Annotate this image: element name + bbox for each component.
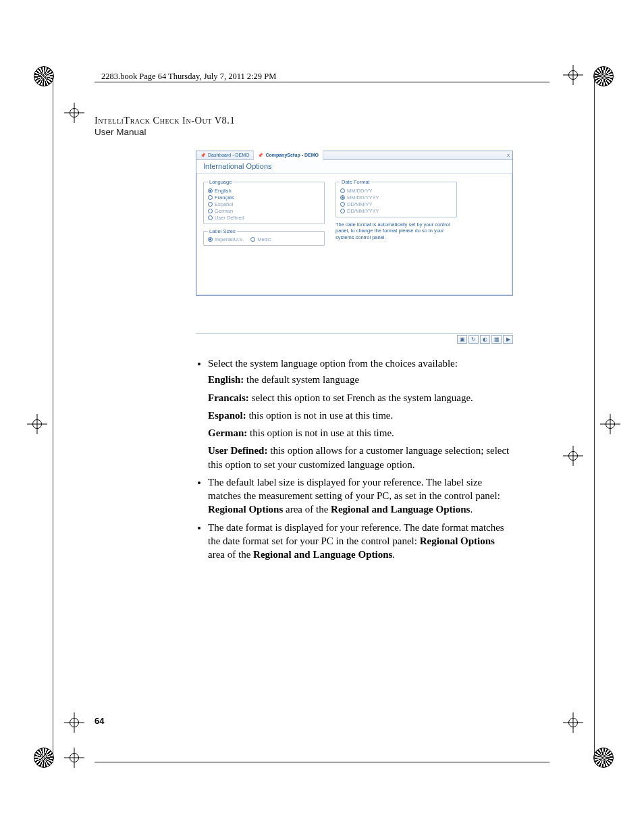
lang-t: select this option to set French as the … bbox=[249, 392, 473, 403]
b3d: Regional and Language Options bbox=[253, 549, 392, 560]
crosshair-icon bbox=[27, 414, 47, 434]
lang-t: this option is not in use at this time. bbox=[246, 410, 394, 421]
printer-mark-top-left bbox=[34, 66, 54, 86]
crosshair-icon bbox=[64, 103, 84, 123]
option-label: MM/DD/YYYY bbox=[347, 194, 379, 201]
header-title: IntelliTrack Check In-Out V8.1 bbox=[95, 115, 513, 126]
option-label: Español bbox=[215, 201, 233, 207]
option-label: DD/MM/YYYY bbox=[347, 208, 379, 214]
b3b: Regional Options bbox=[420, 536, 495, 546]
top-rule: 2283.book Page 64 Thursday, July 7, 2011… bbox=[95, 70, 549, 82]
tab-label: CompanySetup - DEMO bbox=[265, 153, 319, 157]
lang-b: User Defined: bbox=[208, 445, 267, 456]
lang-b: Francais: bbox=[208, 392, 249, 403]
language-option-german[interactable]: German bbox=[208, 207, 320, 214]
crosshair-icon bbox=[563, 446, 583, 466]
b3e: . bbox=[392, 549, 395, 560]
date-format-ddmmyy[interactable]: DD/MM/YY bbox=[340, 201, 452, 207]
body-text: Select the system language option from t… bbox=[95, 357, 513, 561]
b2e: . bbox=[470, 504, 473, 515]
page-number: 64 bbox=[95, 716, 104, 726]
option-label: English bbox=[215, 188, 232, 194]
bottom-rule bbox=[95, 762, 549, 762]
radio-icon bbox=[340, 195, 345, 200]
label-sizes-legend: Label Sizes bbox=[208, 228, 237, 234]
printer-mark-bottom-right bbox=[593, 748, 614, 768]
header-subtitle: User Manual bbox=[95, 127, 513, 137]
lang-t: this option is not in use at this time. bbox=[247, 427, 394, 438]
bullet-label-size: The default label size is displayed for … bbox=[208, 475, 513, 517]
crosshair-icon bbox=[64, 712, 84, 733]
crosshair-icon bbox=[64, 748, 84, 768]
option-label: MM/DD/YY bbox=[347, 188, 373, 194]
printer-mark-top-right bbox=[593, 66, 614, 86]
crosshair-icon bbox=[563, 65, 583, 85]
refresh-icon[interactable]: ↻ bbox=[468, 335, 479, 344]
b3c: area of the bbox=[208, 549, 253, 560]
date-format-mmddyy[interactable]: MM/DD/YY bbox=[340, 187, 452, 194]
language-option-francais[interactable]: Français bbox=[208, 194, 320, 201]
radio-icon bbox=[340, 188, 345, 193]
tab-dashboard[interactable]: 📌 Dashboard - DEMO bbox=[196, 151, 254, 160]
language-group: Language English Français Español German… bbox=[203, 179, 325, 224]
close-icon[interactable]: x bbox=[507, 152, 510, 158]
b2a: The default label size is displayed for … bbox=[208, 477, 500, 501]
play-icon[interactable]: ▶ bbox=[503, 335, 513, 344]
top-rule-text: 2283.book Page 64 Thursday, July 7, 2011… bbox=[95, 70, 549, 82]
label-sizes-group: Label Sizes Imperial/U.S. Metric bbox=[203, 228, 325, 246]
bullet-language: Select the system language option from t… bbox=[208, 357, 513, 471]
international-options-screenshot: 📌 Dashboard - DEMO 📌 CompanySetup - DEMO… bbox=[196, 151, 513, 296]
screenshot-toolbar: ▣ ↻ ◐ ▦ ▶ bbox=[196, 333, 513, 344]
lang-b: Espanol: bbox=[208, 410, 246, 421]
option-label: DD/MM/YY bbox=[347, 201, 373, 207]
globe-icon[interactable]: ◐ bbox=[480, 335, 490, 344]
date-format-mmddyyyy[interactable]: MM/DD/YYYY bbox=[340, 194, 452, 201]
printer-mark-bottom-left bbox=[34, 748, 54, 768]
lang-b: German: bbox=[208, 427, 247, 438]
save-icon[interactable]: ▣ bbox=[457, 335, 467, 344]
date-format-note: The date format is automatically set by … bbox=[336, 221, 454, 240]
language-option-espanol[interactable]: Español bbox=[208, 201, 320, 207]
language-legend: Language bbox=[208, 179, 233, 185]
pin-icon: 📌 bbox=[200, 153, 205, 157]
radio-icon bbox=[340, 209, 345, 213]
tab-bar: 📌 Dashboard - DEMO 📌 CompanySetup - DEMO… bbox=[196, 151, 512, 160]
radio-icon bbox=[208, 202, 213, 207]
tab-label: Dashboard - DEMO bbox=[208, 153, 249, 157]
crosshair-icon bbox=[563, 712, 583, 733]
radio-icon bbox=[250, 237, 255, 242]
date-format-legend: Date Format bbox=[340, 179, 371, 185]
date-format-group: Date Format MM/DD/YY MM/DD/YYYY DD/MM/YY… bbox=[336, 179, 457, 217]
option-label: German bbox=[215, 208, 233, 214]
trim-line-right bbox=[594, 72, 595, 762]
label-size-metric[interactable]: Metric bbox=[250, 236, 271, 242]
grid-icon[interactable]: ▦ bbox=[491, 335, 502, 344]
radio-icon bbox=[208, 237, 213, 242]
label-size-imperial[interactable]: Imperial/U.S. bbox=[208, 236, 244, 242]
radio-icon bbox=[208, 195, 213, 200]
lang-b: English: bbox=[208, 374, 244, 385]
tab-company-setup[interactable]: 📌 CompanySetup - DEMO bbox=[254, 151, 323, 160]
option-label: Imperial/U.S. bbox=[215, 236, 244, 242]
language-option-english[interactable]: English bbox=[208, 187, 320, 194]
radio-icon bbox=[208, 188, 213, 193]
b2d: Regional and Language Options bbox=[331, 504, 470, 515]
bullet-intro: Select the system language option from t… bbox=[208, 358, 458, 369]
language-option-user-defined[interactable]: User Defined bbox=[208, 214, 320, 221]
radio-icon bbox=[208, 209, 213, 213]
crosshair-icon bbox=[600, 414, 620, 434]
lang-t: the default system language bbox=[244, 374, 359, 385]
option-label: Français bbox=[215, 194, 234, 201]
b2b: Regional Options bbox=[208, 504, 283, 515]
window-title: International Options bbox=[196, 160, 512, 174]
trim-line-left bbox=[53, 72, 53, 762]
pin-icon: 📌 bbox=[258, 153, 263, 157]
option-label: User Defined bbox=[215, 215, 244, 221]
radio-icon bbox=[208, 215, 213, 220]
option-label: Metric bbox=[257, 236, 271, 242]
date-format-ddmmyyyy[interactable]: DD/MM/YYYY bbox=[340, 207, 452, 214]
bullet-date-format: The date format is displayed for your re… bbox=[208, 521, 513, 562]
b2c: area of the bbox=[283, 504, 331, 515]
radio-icon bbox=[340, 202, 345, 207]
